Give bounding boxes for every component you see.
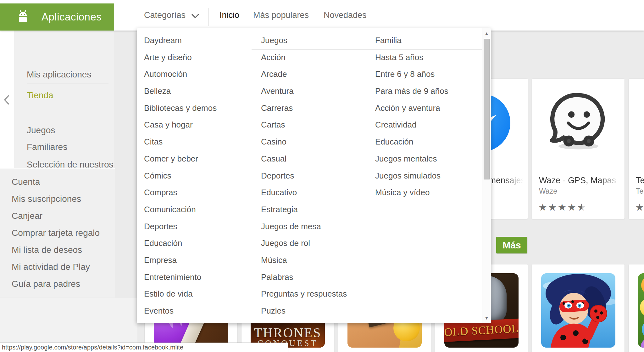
category-item[interactable]: Arte y diseño [144,49,248,66]
sidebar-item-tienda[interactable]: Tienda [27,90,53,100]
category-item[interactable]: Arcade [261,66,365,83]
category-column-apps: DaydreamArte y diseñoAutomociónBellezaBi… [144,32,248,320]
scrollbar-thumb[interactable] [484,39,490,179]
category-item[interactable]: Deportes [261,167,365,185]
category-item[interactable]: Creatividad [375,116,479,133]
app-title[interactable]: Telegram [636,176,644,185]
category-item[interactable]: Daydream [144,32,248,49]
menu-header-divider [252,49,482,50]
category-item[interactable]: Bibliotecas y demos [144,100,248,117]
category-item[interactable]: Hasta 5 años [375,49,479,66]
sidebar-divider [27,83,108,83]
sidebar-item-mis-aplicaciones[interactable]: Mis aplicaciones [27,70,91,80]
dropdown-scrollbar[interactable]: ▲ ▼ [482,28,491,323]
game-card-fruits[interactable] [629,264,644,352]
sidebar-account-item[interactable]: Mis suscripciones [12,190,115,207]
category-item[interactable]: Automoción [144,66,248,83]
top-header-bar: Aplicaciones Categorías Inicio Más popul… [0,0,644,31]
sidebar-panel-gap [0,168,115,169]
play-store-page: Messenger: mensajes y videollamadas grat… [0,0,644,352]
app-developer[interactable]: Waze [539,187,557,196]
category-item[interactable]: Acción y aventura [375,100,479,117]
thrones-title-text: THRONES [251,325,325,340]
category-column-family: FamiliaHasta 5 añosEntre 6 y 8 añosPara … [375,32,479,201]
category-column-games: JuegosAcciónArcadeAventuraCarrerasCartas… [261,32,365,320]
categories-dropdown-menu: DaydreamArte y diseñoAutomociónBellezaBi… [137,28,491,323]
nav-divider [208,8,209,26]
app-card-telegram[interactable]: Telegram Telegram ★★★★★★ [629,79,644,219]
sidebar-account-item[interactable]: Canjear [12,207,115,224]
category-item[interactable]: Eventos [144,303,248,320]
category-item[interactable]: Acción [261,49,365,66]
sidebar-item-familiares[interactable]: Familiares [27,142,67,152]
app-developer[interactable]: Telegram [636,187,644,196]
telegram-icon [638,91,644,154]
browser-status-bar: https://play.google.com/store/apps/detai… [0,343,288,352]
category-item[interactable]: Educación [144,235,248,252]
apps-section-header[interactable]: Aplicaciones [0,3,114,31]
category-item[interactable]: Juegos simulados [375,167,479,185]
scroll-up-icon[interactable]: ▲ [482,31,491,36]
category-item[interactable]: Juegos mentales [375,150,479,167]
category-item[interactable]: Aventura [261,83,365,100]
category-item[interactable]: Carreras [261,100,365,117]
category-item[interactable]: Palabras [261,269,365,286]
category-item[interactable]: Casa y hogar [144,116,248,133]
category-item[interactable]: Educativo [261,184,365,201]
app-card-waze[interactable]: Waze - GPS, Mapas Waze ★★★★★★ [532,79,625,219]
category-item[interactable]: Educación [375,133,479,150]
category-item[interactable]: Citas [144,133,248,150]
category-item[interactable]: Familia [375,32,479,49]
category-item[interactable]: Música [261,252,365,269]
miraculous-ladybug-icon [541,273,615,348]
chevron-down-icon [191,11,199,21]
category-item[interactable]: Cartas [261,116,365,133]
category-item[interactable]: Entretenimiento [144,269,248,286]
app-title[interactable]: Waze - GPS, Mapas [539,176,623,185]
tab-inicio[interactable]: Inicio [219,0,239,31]
category-item[interactable]: Preguntas y respuestas [261,286,365,303]
android-robot-icon [16,9,30,25]
category-item[interactable]: Estilo de vida [144,286,248,303]
sidebar-item-juegos[interactable]: Juegos [27,125,55,135]
star-rating: ★★★★★★ [538,202,587,213]
sidebar-account-item[interactable]: Comprar tarjeta regalo [12,224,115,241]
category-item[interactable]: Puzles [261,303,365,320]
account-menu-list: CuentaMis suscripcionesCanjearComprar ta… [0,169,115,292]
category-item[interactable]: Casual [261,150,365,167]
category-item[interactable]: Compras [144,184,248,201]
category-item[interactable]: Entre 6 y 8 años [375,66,479,83]
category-item[interactable]: Estrategia [261,201,365,218]
category-item[interactable]: Belleza [144,83,248,100]
sidebar-account-panel: CuentaMis suscripcionesCanjearComprar ta… [0,169,115,298]
tab-mas-populares[interactable]: Más populares [253,0,309,31]
status-url: https://play.google.com/store/apps/detai… [2,344,183,351]
category-item[interactable]: Juegos de mesa [261,218,365,235]
category-item[interactable]: Casino [261,133,365,150]
category-item[interactable]: Juegos de rol [261,235,365,252]
category-item[interactable]: Juegos [261,32,365,49]
category-item[interactable]: Deportes [144,218,248,235]
star-rating: ★★★★★★ [635,202,644,213]
scroll-down-icon[interactable]: ▼ [482,315,491,321]
sidebar-store-panel: Mis aplicaciones Tienda Juegos Familiare… [14,31,114,168]
category-item[interactable]: Cómics [144,167,248,185]
category-item[interactable]: Para más de 9 años [375,83,479,100]
categories-dropdown-trigger[interactable]: Categorías [144,0,199,31]
category-item[interactable]: Empresa [144,252,248,269]
category-item[interactable]: Música y vídeo [375,184,479,201]
more-button[interactable]: Más [496,237,527,253]
sidebar-collapse-chevron-icon[interactable] [3,94,10,106]
apps-section-label: Aplicaciones [42,11,102,23]
tab-novedades[interactable]: Novedades [324,0,367,31]
fruit-game-icon [638,273,644,348]
category-item[interactable]: Comer y beber [144,150,248,167]
game-card-miraculous-ladybug[interactable] [532,264,625,352]
category-item[interactable]: Comunicación [144,201,248,218]
waze-icon [541,91,615,154]
sidebar-account-item[interactable]: Mi lista de deseos [12,241,115,258]
sidebar-account-item[interactable]: Guía para padres [12,275,115,292]
sidebar-account-item[interactable]: Mi actividad de Play [12,258,115,275]
sidebar-account-item[interactable]: Cuenta [12,173,115,190]
bottom-left-background [0,298,137,343]
